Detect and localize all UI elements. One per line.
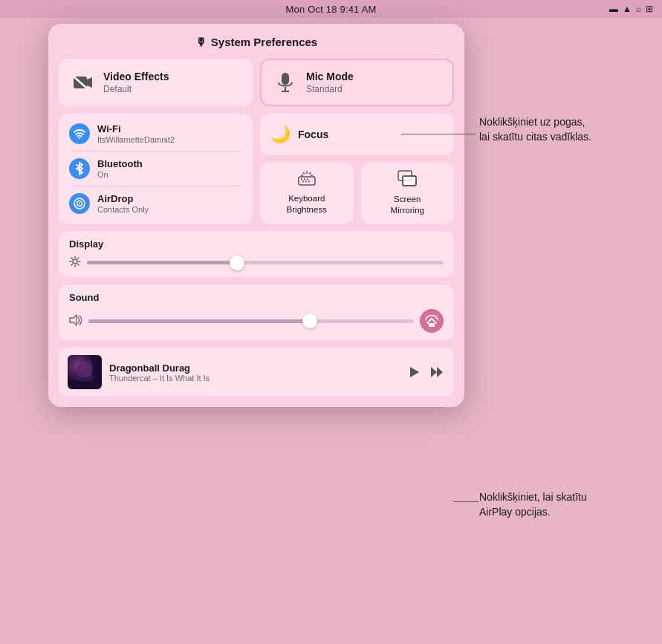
airdrop-item[interactable]: AirDrop Contacts Only [68, 189, 244, 218]
wifi-title: Wi-Fi [97, 123, 175, 135]
top-row: Video Effects Default Mic Mode Standard [59, 59, 454, 106]
video-effects-title: Video Effects [103, 71, 169, 83]
display-slider[interactable] [87, 261, 444, 264]
bluetooth-icon-circle [69, 158, 90, 179]
svg-rect-10 [299, 177, 315, 185]
wifi-text: Wi-Fi ItsWillametteDamnit2 [97, 123, 175, 144]
callout-bottom: Noklikšķiniet, lai skatītu AirPlay opcij… [479, 490, 598, 519]
sound-label: Sound [69, 292, 444, 303]
mic-mode-title: Mic Mode [306, 71, 354, 83]
video-effects-subtitle: Default [103, 84, 169, 94]
menubar: Mon Oct 18 9:41 AM ▬ ▲ ⌕ ⊞ [0, 0, 662, 18]
display-slider-row [69, 256, 444, 270]
wifi-item[interactable]: Wi-Fi ItsWillametteDamnit2 [68, 120, 244, 148]
screen-mirroring-card[interactable]: Screen Mirroring [361, 163, 455, 224]
panel-title: 🎙 System Preferences [59, 36, 454, 48]
callout-bottom-line [453, 501, 479, 502]
speaker-icon [69, 314, 82, 328]
bluetooth-title: Bluetooth [97, 158, 143, 170]
airplay-button[interactable] [420, 309, 444, 333]
album-art-inner [68, 355, 102, 389]
battery-icon: ▬ [609, 4, 618, 14]
svg-point-6 [79, 137, 80, 139]
right-column: 🌙 Focus [260, 114, 454, 224]
mic-mode-icon [272, 69, 299, 96]
display-label: Display [69, 238, 444, 250]
airdrop-text: AirDrop Contacts Only [97, 193, 149, 214]
small-cards-row: Keyboard Brightness Screen Mir [260, 163, 454, 224]
svg-point-25 [73, 259, 77, 264]
callout-bottom-text: Noklikšķiniet, lai skatītu AirPlay opcij… [479, 491, 587, 518]
airdrop-subtitle: Contacts Only [97, 205, 149, 214]
svg-line-30 [71, 258, 72, 258]
mic-mode-text: Mic Mode Standard [306, 71, 354, 94]
focus-card[interactable]: 🌙 Focus [260, 114, 454, 155]
screen-mirroring-label: Screen Mirroring [391, 194, 424, 216]
display-section: Display [59, 231, 454, 277]
brightness-low-icon [69, 256, 81, 270]
svg-marker-38 [410, 367, 419, 377]
np-title: Dragonball Durag [109, 362, 400, 374]
svg-marker-2 [87, 77, 92, 88]
callout-top-text: Noklikšķiniet uz pogas, lai skatītu cita… [479, 116, 591, 143]
bluetooth-subtitle: On [97, 170, 143, 179]
middle-row: Wi-Fi ItsWillametteDamnit2 Bluetooth On [59, 114, 454, 224]
divider2 [71, 186, 241, 186]
play-button[interactable] [408, 365, 421, 380]
svg-marker-34 [70, 315, 77, 325]
video-effects-card[interactable]: Video Effects Default [59, 59, 253, 106]
svg-marker-40 [437, 367, 443, 377]
svg-rect-35 [429, 323, 435, 327]
focus-icon: 🌙 [270, 125, 291, 144]
sound-slider[interactable] [88, 319, 414, 323]
airdrop-icon-circle [69, 193, 90, 214]
svg-rect-3 [282, 73, 289, 85]
svg-marker-39 [431, 367, 437, 377]
control-center-icon[interactable]: ⊞ [646, 4, 653, 14]
now-playing-text: Dragonball Durag Thundercat – It Is What… [109, 362, 400, 383]
menubar-right-icons: ▬ ▲ ⌕ ⊞ [609, 4, 653, 14]
keyboard-brightness-icon [298, 171, 316, 189]
keyboard-brightness-card[interactable]: Keyboard Brightness [260, 163, 354, 224]
search-icon[interactable]: ⌕ [636, 4, 641, 14]
keyboard-brightness-label: Keyboard Brightness [287, 193, 327, 215]
network-card: Wi-Fi ItsWillametteDamnit2 Bluetooth On [59, 114, 253, 224]
video-effects-text: Video Effects Default [103, 71, 169, 94]
panel-title-text: System Preferences [211, 36, 317, 48]
panel-title-icon: 🎙 [195, 36, 207, 48]
svg-line-19 [303, 173, 305, 175]
mic-mode-card[interactable]: Mic Mode Standard [260, 59, 454, 106]
callout-top: Noklikšķiniet uz pogas, lai skatītu cita… [479, 115, 598, 144]
now-playing-section: Dragonball Durag Thundercat – It Is What… [59, 348, 454, 397]
screen-mirroring-icon [397, 170, 417, 190]
svg-line-18 [309, 173, 311, 175]
wifi-icon: ▲ [623, 4, 632, 14]
callout-top-line [401, 134, 476, 134]
svg-rect-23 [403, 176, 416, 186]
menubar-time: Mon Oct 18 9:41 AM [285, 4, 376, 15]
bluetooth-item[interactable]: Bluetooth On [68, 155, 244, 183]
album-art [68, 355, 102, 389]
sound-section: Sound [59, 284, 454, 340]
system-preferences-panel: 🎙 System Preferences Video Effects Defau… [48, 24, 464, 407]
wifi-subtitle: ItsWillametteDamnit2 [97, 135, 175, 144]
bluetooth-text: Bluetooth On [97, 158, 143, 179]
svg-line-33 [71, 264, 72, 265]
divider [71, 151, 241, 152]
sound-slider-row [69, 309, 444, 333]
skip-forward-button[interactable] [429, 365, 445, 380]
np-controls [408, 365, 445, 380]
svg-point-9 [79, 203, 80, 204]
mic-mode-subtitle: Standard [306, 84, 354, 94]
svg-line-32 [78, 258, 79, 258]
np-subtitle: Thundercat – It Is What It Is [109, 374, 400, 383]
wifi-icon-circle [69, 123, 90, 144]
focus-title: Focus [298, 129, 328, 141]
svg-line-31 [78, 264, 79, 265]
airdrop-title: AirDrop [97, 193, 149, 205]
video-effects-icon [69, 69, 96, 96]
